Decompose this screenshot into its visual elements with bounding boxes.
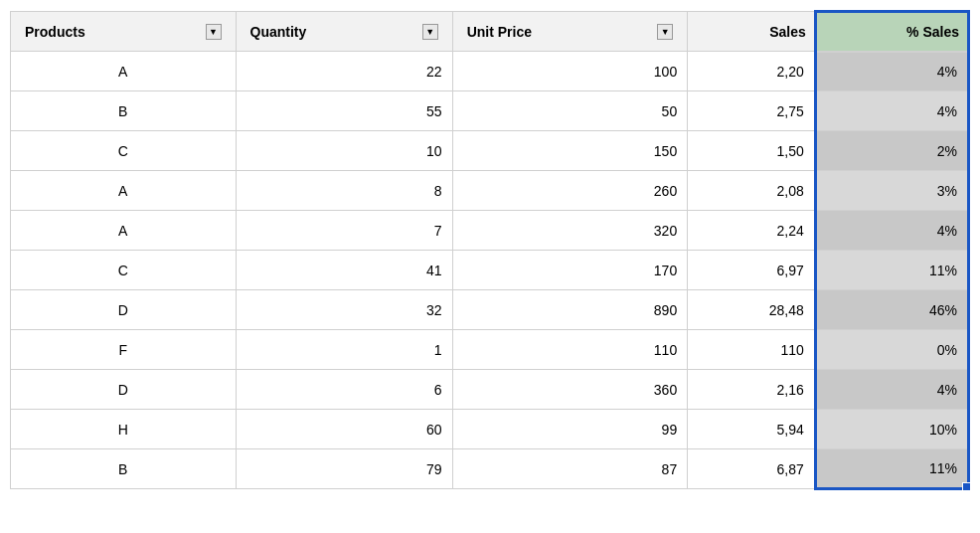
table-row: 4%	[815, 211, 968, 251]
table-row: 0%	[815, 330, 968, 370]
table-row: A	[11, 52, 237, 91]
data-table: Products ▼ Quantity ▼ Unit Price ▼	[10, 10, 970, 490]
products-label: Products	[25, 24, 85, 40]
table-row: 2%	[815, 131, 968, 171]
table-row: 6	[236, 370, 452, 410]
table-row: 360	[452, 370, 688, 410]
table-row: 6,97	[688, 251, 816, 290]
spreadsheet: Products ▼ Quantity ▼ Unit Price ▼	[0, 0, 980, 533]
table-row: 4%	[815, 370, 968, 410]
table-row: 79	[236, 449, 452, 489]
table-row: 99	[452, 410, 688, 449]
table-row: 320	[452, 211, 688, 251]
table-row: 10%	[815, 410, 968, 449]
table-row: 6,87	[688, 449, 816, 489]
table-row: 110	[452, 330, 688, 370]
table-row: 2,20	[688, 52, 816, 91]
col-header-sales: Sales	[688, 12, 816, 52]
table-row: 4%	[815, 52, 968, 91]
unit-price-label: Unit Price	[467, 24, 532, 40]
quantity-label: Quantity	[250, 24, 307, 40]
table-row: F	[11, 330, 237, 370]
table-row: 55	[236, 91, 452, 131]
table-row: 260	[452, 171, 688, 211]
unit-price-filter-button[interactable]: ▼	[657, 24, 673, 40]
table-row: 60	[236, 410, 452, 449]
table-row: 1	[236, 330, 452, 370]
table-row: 46%	[815, 290, 968, 330]
col-header-products: Products ▼	[11, 12, 237, 52]
table-row: 3%	[815, 171, 968, 211]
table-row: 2,16	[688, 370, 816, 410]
col-header-unitprice: Unit Price ▼	[452, 12, 688, 52]
table-row: 41	[236, 251, 452, 290]
table-row: 170	[452, 251, 688, 290]
table-row: 100	[452, 52, 688, 91]
table-row: D	[11, 290, 237, 330]
table-row: 7	[236, 211, 452, 251]
table-row: C	[11, 131, 237, 171]
table-row: 2,75	[688, 91, 816, 131]
table-row: 2,08	[688, 171, 816, 211]
table-row: 11%	[815, 449, 968, 489]
table-row: A	[11, 211, 237, 251]
sales-label: Sales	[769, 24, 806, 40]
table-row: 32	[236, 290, 452, 330]
table-row: D	[11, 370, 237, 410]
table-row: 22	[236, 52, 452, 91]
pc-sales-label: % Sales	[906, 24, 959, 40]
table-row: 4%	[815, 91, 968, 131]
table-row: 1,50	[688, 131, 816, 171]
table-row: 8	[236, 171, 452, 211]
table-row: C	[11, 251, 237, 290]
table-row: 5,94	[688, 410, 816, 449]
table-row: 150	[452, 131, 688, 171]
table-row: 2,24	[688, 211, 816, 251]
products-filter-button[interactable]: ▼	[206, 24, 222, 40]
table-row: H	[11, 410, 237, 449]
table-row: 890	[452, 290, 688, 330]
table-row: B	[11, 449, 237, 489]
table-row: 110	[688, 330, 816, 370]
col-header-quantity: Quantity ▼	[236, 12, 452, 52]
table-row: A	[11, 171, 237, 211]
table-row: 50	[452, 91, 688, 131]
table-row: 11%	[815, 251, 968, 290]
table-row: 87	[452, 449, 688, 489]
table-row: B	[11, 91, 237, 131]
table-row: 28,48	[688, 290, 816, 330]
quantity-filter-button[interactable]: ▼	[422, 24, 438, 40]
table-row: 10	[236, 131, 452, 171]
col-header-pc-sales: % Sales	[815, 12, 968, 52]
